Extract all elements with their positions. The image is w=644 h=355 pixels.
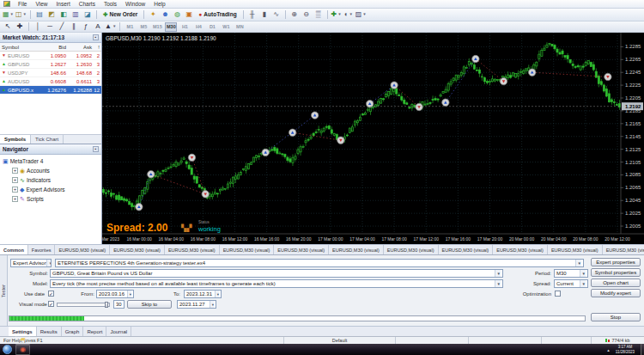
menu-tools[interactable]: Tools xyxy=(100,0,121,8)
data-window-button[interactable]: ◩ xyxy=(46,9,58,21)
market-watch-row-gbpusd[interactable]: ▲GBPUSD1.26271.26303 xyxy=(0,60,101,69)
chart-window[interactable]: 1.22851.22651.22451.22251.22051.21851.21… xyxy=(102,33,644,244)
symbol-properties-button[interactable]: Symbol properties xyxy=(591,268,641,277)
from-date-field[interactable]: 2023.03.16▾ xyxy=(96,290,134,298)
column-ask[interactable]: Ask xyxy=(66,45,92,50)
column-symbol[interactable]: Symbol xyxy=(0,45,39,50)
community-button[interactable]: ◍ xyxy=(171,9,183,21)
profile-indicator[interactable]: Default xyxy=(283,337,395,344)
column-bang[interactable]: ! xyxy=(92,45,100,50)
market-watch-row-usdjpy[interactable]: ▼USDJPY148.66148.682 xyxy=(0,69,101,77)
skip-to-button[interactable]: Skip to xyxy=(127,300,172,309)
timeframe-mn[interactable]: MN xyxy=(234,22,246,32)
tester-tab-graph[interactable]: Graph xyxy=(62,327,84,336)
chart-tab-1[interactable]: EURUSD,M30 (visual) xyxy=(55,245,110,254)
menu-charts[interactable]: Charts xyxy=(75,0,100,8)
timeframe-m15[interactable]: M15 xyxy=(151,22,163,32)
navigator-item-scripts[interactable]: +✎Scripts xyxy=(12,194,101,204)
channel-button[interactable]: ∥ xyxy=(68,21,80,33)
market-watch-tab-symbols[interactable]: Symbols xyxy=(0,135,31,144)
taskbar-clock[interactable]: 3:17 AM 11/28/2023 xyxy=(612,345,638,354)
chart-tab-8[interactable]: EURUSD,M30 (visual) xyxy=(439,245,494,254)
model-combo[interactable]: Every tick (the most precise method base… xyxy=(50,279,503,288)
vertical-line-button[interactable]: │ xyxy=(32,21,44,33)
expert-advisor-combo[interactable]: ETERNITIES PERFECTIONS 4th Generation-st… xyxy=(55,259,584,267)
skip-to-date-field[interactable]: 2023.11.27▾ xyxy=(177,300,216,309)
line-chart-button[interactable]: ∿ xyxy=(270,9,283,21)
expand-icon[interactable]: + xyxy=(12,177,18,183)
autotrading-button[interactable]: ●AutoTrading xyxy=(195,9,240,21)
tester-side-tab[interactable]: Tester xyxy=(0,255,8,327)
crosshair-button[interactable]: ✚ xyxy=(14,21,26,33)
cursor-button[interactable]: ↖ xyxy=(2,21,14,33)
tester-tab-journal[interactable]: Journal xyxy=(106,327,131,336)
menu-file[interactable]: File xyxy=(14,0,31,8)
market-button[interactable]: ▣ xyxy=(183,9,195,21)
horizontal-line-button[interactable]: ─ xyxy=(44,21,56,33)
navigator-item-expert-advisors[interactable]: +◆Expert Advisors xyxy=(12,185,101,194)
panel-menu-icon[interactable]: ▪ xyxy=(93,34,99,40)
expand-icon[interactable]: + xyxy=(12,196,18,202)
templates-button[interactable]: ▨▼ xyxy=(355,9,368,21)
bar-chart-button[interactable]: ╫ xyxy=(246,9,258,21)
chart-tab-6[interactable]: EURUSD,M30 (visual) xyxy=(329,245,384,254)
expand-icon[interactable]: + xyxy=(12,187,18,193)
timeframe-h4[interactable]: H4 xyxy=(192,22,204,32)
fibonacci-button[interactable]: ƒ xyxy=(80,21,92,33)
to-date-field[interactable]: 2023.12.31▾ xyxy=(184,290,222,298)
visual-mode-checkbox[interactable]: ✓ xyxy=(48,301,54,307)
chart-tab-4[interactable]: EURUSD,M30 (visual) xyxy=(220,245,275,254)
chart-tab-11[interactable]: EURUSD,M30 (visual) xyxy=(603,245,644,254)
open-chart-button[interactable]: Open chart xyxy=(591,278,641,287)
trendline-button[interactable]: ╱ xyxy=(56,21,68,33)
text-button[interactable]: A xyxy=(92,21,104,33)
timeframe-m1[interactable]: M1 xyxy=(124,22,136,32)
timeframe-m30[interactable]: M30 xyxy=(165,22,177,32)
navigator-item-indicators[interactable]: +∿Indicators xyxy=(12,175,101,185)
tester-tab-settings[interactable]: Settings xyxy=(9,327,37,336)
stop-button[interactable]: Stop xyxy=(591,313,641,321)
navigator-root[interactable]: ▣MetaTrader 4 xyxy=(3,156,101,166)
ea-type-select[interactable]: Expert Advisor▼ xyxy=(10,259,52,267)
use-date-checkbox[interactable]: ✓ xyxy=(48,291,54,297)
timeframe-m5[interactable]: M5 xyxy=(137,22,149,32)
period-combo[interactable]: M30▼ xyxy=(554,269,588,278)
tile-windows-button[interactable]: ▒ xyxy=(313,9,325,21)
spread-combo[interactable]: Current▼ xyxy=(554,279,588,288)
profiles-button[interactable]: ◫▼ xyxy=(15,9,27,21)
metaeditor-button[interactable]: ✦ xyxy=(147,9,159,21)
tray-expand-icon[interactable]: ▴ xyxy=(607,347,610,352)
market-watch-row-eurusd[interactable]: ▼EURUSD1.09501.09522 xyxy=(0,52,101,60)
periods-button[interactable]: ◐▼ xyxy=(343,9,355,21)
chart-tab-5[interactable]: EURUSD,M30 (visual) xyxy=(274,245,329,254)
new-order-button[interactable]: ✚New Order xyxy=(100,9,141,21)
show-desktop-button[interactable] xyxy=(641,344,644,355)
expert-properties-button[interactable]: Expert properties xyxy=(591,258,641,266)
expand-icon[interactable]: + xyxy=(12,168,18,174)
zoom-out-button[interactable]: ⊖ xyxy=(301,9,313,21)
start-button[interactable] xyxy=(3,345,12,354)
chart-tab-3[interactable]: EURUSD,M30 (visual) xyxy=(165,245,220,254)
menu-window[interactable]: Window xyxy=(121,0,149,8)
panel-menu-icon[interactable]: ▪ xyxy=(93,146,99,152)
symbol-combo[interactable]: GBPUSD, Great Britain Pound vs US Dollar… xyxy=(50,269,503,278)
tester-tab-report[interactable]: Report xyxy=(83,327,106,336)
market-watch-row-gbpusd.x[interactable]: ▲GBPUSD.x1.262761.2628812 xyxy=(0,86,101,95)
timeframe-w1[interactable]: W1 xyxy=(220,22,232,32)
chart-tab-10[interactable]: EURUSD,M30 (visual) xyxy=(548,245,603,254)
chart-tab-9[interactable]: EURUSD,M30 (visual) xyxy=(493,245,548,254)
chart-tab-2[interactable]: EURUSD,M30 (visual) xyxy=(110,245,165,254)
menu-view[interactable]: View xyxy=(31,0,52,8)
indicators-button[interactable]: ✚▼ xyxy=(331,9,343,21)
navigator-button[interactable]: ◧ xyxy=(58,9,70,21)
navigator-item-accounts[interactable]: +◉Accounts xyxy=(12,166,101,175)
slider-thumb[interactable] xyxy=(105,302,108,308)
market-watch-row-audusd[interactable]: ▲AUDUSD0.66080.66113 xyxy=(0,77,101,86)
chart-canvas[interactable]: 1.22851.22651.22451.22251.22051.21851.21… xyxy=(102,33,644,244)
taskbar-chrome-icon[interactable]: ◉ xyxy=(15,345,30,355)
navigator-tab-common[interactable]: Common xyxy=(0,245,28,254)
visual-speed-slider[interactable] xyxy=(57,303,110,307)
arrows-button[interactable]: ▲▼ xyxy=(104,21,117,33)
market-watch-tab-tick-chart[interactable]: Tick Chart xyxy=(31,135,64,144)
tester-tab-results[interactable]: Results xyxy=(37,327,62,336)
